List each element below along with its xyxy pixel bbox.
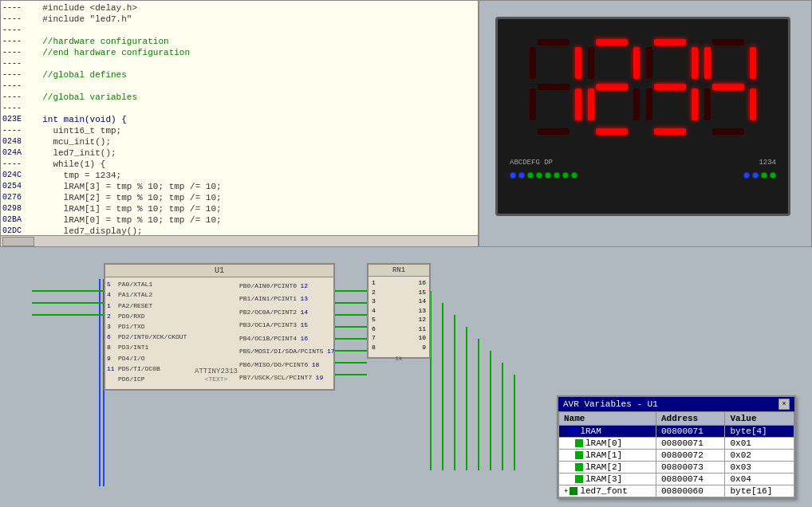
rn-value: 1k (369, 353, 429, 364)
seg-1-c (575, 88, 581, 120)
code-line: ---- //hardware configuration (1, 36, 478, 47)
pin-row: 6PD2/INT0/XCK/CKOUT (107, 332, 193, 342)
mcu-name: U1 (215, 266, 224, 275)
seg-1-f (530, 47, 536, 79)
led-display-area: ABCDEFG DP 1234 (479, 0, 812, 247)
seg-2-f (588, 47, 594, 79)
avr-row-address: 00800073 (656, 462, 725, 474)
pin-row: PB3/OC1A/PCINT315 (239, 319, 332, 332)
avr-table-row[interactable]: lRAM[2]008000730x03 (559, 462, 794, 474)
code-line: ---- #include "led7.h" (1, 14, 478, 25)
pin-row: PB6/MISO/DO/PCINT618 (239, 358, 332, 371)
pin-row: 11PD5/TI/OC0B (107, 364, 193, 374)
mcu-chip-name: ATTINY2313 (195, 367, 238, 375)
pin-row: 9PD4/I/O (107, 352, 193, 363)
seg-1-a (538, 39, 570, 45)
avr-table-row[interactable]: lRAM[3]008000740x04 (559, 474, 794, 485)
pin-row: 3PD1/TXD (107, 321, 193, 332)
seg-4-d (712, 128, 744, 135)
conn-dot-green-1 (527, 172, 534, 179)
conn-dot-green-6 (571, 172, 577, 179)
pin-row: PB0/AIN0/PCINT012 (239, 279, 332, 292)
seg-2-b (633, 47, 640, 79)
avr-row-value: 0x04 (725, 474, 794, 485)
code-line: ---- //end hardware configuration (1, 47, 478, 58)
rn-name: RN1 (392, 266, 405, 274)
avr-title-bar: AVR Variables - U1 × (558, 397, 794, 411)
avr-table-row[interactable]: +led7_font00800060byte[16] (559, 485, 794, 497)
seg-4-g (712, 84, 744, 90)
avr-row-name: +led7_font (559, 485, 656, 497)
avr-table-row[interactable]: lRAM[1]008000720x02 (559, 450, 794, 462)
avr-row-address: 00800060 (656, 485, 725, 497)
seg-1-d (538, 128, 570, 135)
pin-row: PB1/AIN1/PCINT113 (239, 293, 332, 305)
pin-row: 5PA0/XTAL1 (107, 279, 193, 289)
main-container: ---- #include <delay.h>---- #include "le… (0, 0, 812, 507)
color-indicator (575, 475, 583, 483)
code-line: ---- #include <delay.h> (1, 2, 478, 14)
mcu-chip: U1 5PA0/XTAL1 4PA1/XTAL2 1PA2/RESET 2PD0… (104, 263, 335, 391)
connection-dots-row (498, 171, 788, 180)
rn-right-pins: 16151413 1211109 (418, 278, 426, 352)
pin-row: PB2/OC0A/PCINT214 (239, 305, 332, 318)
seg-2-g (596, 84, 628, 90)
rn-pins: 1234 5678 16151413 1211109 (369, 277, 429, 353)
code-line: 0298 lRAM[1] = tmp % 10; tmp /= 10; (1, 203, 478, 214)
pin-row: 8PD3/INT1 (107, 342, 193, 352)
horizontal-scrollbar[interactable] (1, 235, 478, 246)
pin-row: 1PA2/RESET (107, 300, 193, 310)
code-line: ---- (1, 103, 478, 114)
color-indicator (575, 463, 583, 471)
pin-row: PB4/OC1B/PCINT416 (239, 332, 332, 344)
seg-3-c (692, 88, 698, 120)
seg-1-e (530, 88, 536, 120)
code-line: ---- //global variables (1, 92, 478, 103)
led-digit-1 (530, 39, 581, 135)
avr-row-value: 0x02 (725, 450, 794, 462)
code-line: ---- while(1) { (1, 159, 478, 170)
avr-table-row[interactable]: -lRAM00800071byte[4] (559, 426, 794, 438)
code-line: 023E int main(void) { (1, 114, 478, 125)
mcu-center: ATTINY2313 <TEXT> (195, 277, 238, 386)
avr-row-address: 00800072 (656, 450, 725, 462)
mcu-title-label: U1 (105, 265, 333, 277)
avr-row-name: lRAM[1] (559, 450, 656, 462)
avr-table-row[interactable]: lRAM[0]008000710x01 (559, 438, 794, 450)
seg-3-a (654, 39, 686, 45)
avr-row-address: 00800071 (656, 426, 725, 438)
color-indicator (575, 439, 583, 447)
led-digit-2 (588, 39, 640, 135)
code-line: 0254 lRAM[3] = tmp % 10; tmp /= 10; (1, 181, 478, 192)
avr-row-address: 00800071 (656, 438, 725, 450)
seg-1-b (575, 47, 581, 79)
color-indicator (575, 451, 583, 459)
code-panel: ---- #include <delay.h>---- #include "le… (0, 0, 479, 247)
code-line: 0248 mcu_init(); (1, 136, 478, 147)
code-line: ---- (1, 25, 478, 36)
conn-dot-blue-1 (510, 172, 516, 179)
avr-row-value: byte[4] (725, 426, 794, 438)
led-bottom-labels: ABCDEFG DP 1234 (498, 155, 788, 171)
avr-row-value: byte[16] (725, 485, 794, 497)
seg-3-g (654, 84, 686, 90)
scroll-thumb[interactable] (2, 237, 34, 246)
avr-variables-panel: AVR Variables - U1 × Name Address Value … (557, 395, 796, 499)
conn-dot-green-5 (562, 172, 569, 179)
circuit-area: U1 5PA0/XTAL1 4PA1/XTAL2 1PA2/RESET 2PD0… (0, 247, 812, 507)
color-indicator (570, 487, 577, 495)
pin-row: PB5/MOSI/DI/SDA/PCINT517 (239, 345, 332, 358)
seg-2-d (596, 128, 628, 135)
expand-icon[interactable]: + (564, 488, 568, 496)
conn-dot-blue-2 (518, 172, 525, 179)
conn-dot-green-2 (536, 172, 542, 179)
avr-row-value: 0x03 (725, 462, 794, 474)
collapse-icon[interactable]: - (564, 428, 568, 436)
led-digit-3 (646, 39, 698, 135)
avr-row-value: 0x01 (725, 438, 794, 450)
avr-row-name: lRAM[2] (559, 462, 656, 474)
pin-row: PB7/USCK/SCL/PCINT719 (239, 371, 332, 384)
avr-close-button[interactable]: × (778, 399, 790, 410)
seg-3-d (654, 128, 686, 135)
col-value-header: Value (725, 412, 794, 426)
